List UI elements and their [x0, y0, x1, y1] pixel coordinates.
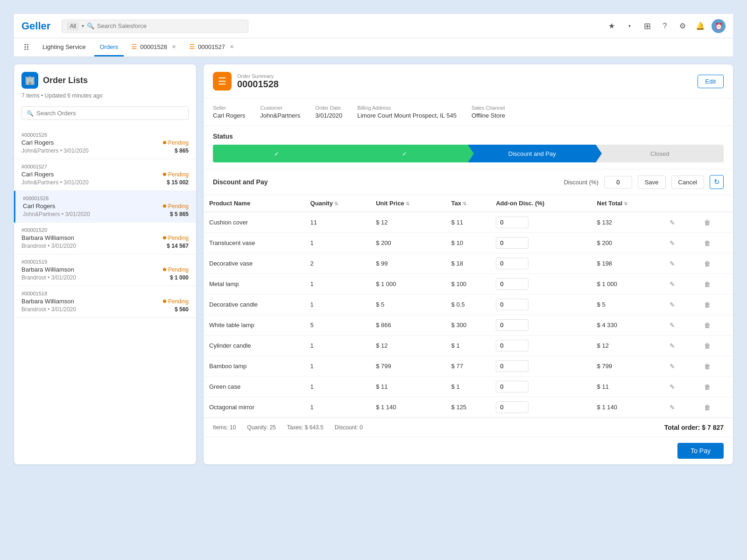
search-bar[interactable]: All ▾ 🔍	[62, 20, 248, 33]
table-header-cell[interactable]: Unit Price	[370, 195, 445, 212]
product-edit-action[interactable]: ✎	[662, 253, 697, 274]
tab-close-00001527[interactable]: ✕	[230, 44, 234, 50]
tab-home[interactable]: Lighting Service	[36, 38, 92, 56]
addon-disc-input[interactable]	[496, 319, 529, 331]
addon-disc-input[interactable]	[496, 278, 529, 290]
apps-grid-icon[interactable]: ⠿	[21, 38, 34, 56]
addon-disc-input[interactable]	[496, 401, 529, 413]
search-input[interactable]	[97, 22, 244, 29]
product-edit-action[interactable]: ✎	[662, 274, 697, 294]
delete-row-icon[interactable]: 🗑	[702, 259, 712, 268]
search-orders-bar[interactable]: 🔍	[21, 106, 189, 120]
product-addon-disc[interactable]	[490, 397, 591, 418]
delete-row-icon[interactable]: 🗑	[702, 382, 712, 392]
to-pay-button[interactable]: To Pay	[677, 443, 724, 459]
product-delete-action[interactable]: 🗑	[697, 336, 733, 356]
product-delete-action[interactable]: 🗑	[697, 212, 733, 233]
delete-row-icon[interactable]: 🗑	[702, 341, 712, 350]
product-addon-disc[interactable]	[490, 377, 591, 397]
edit-row-icon[interactable]: ✎	[668, 321, 677, 330]
order-list-item[interactable]: #00001519 Barbara Williamson Pending Bra…	[14, 254, 196, 286]
product-edit-action[interactable]: ✎	[662, 397, 697, 418]
product-addon-disc[interactable]	[490, 253, 591, 274]
search-chevron-icon[interactable]: ▾	[82, 23, 84, 28]
order-list-item[interactable]: #00001528 Carl Rogers Pending John&Partn…	[14, 191, 196, 223]
notification-icon[interactable]: 🔔	[694, 20, 707, 33]
product-addon-disc[interactable]	[490, 315, 591, 336]
delete-row-icon[interactable]: 🗑	[702, 280, 712, 289]
product-delete-action[interactable]: 🗑	[697, 315, 733, 336]
delete-row-icon[interactable]: 🗑	[702, 218, 712, 227]
order-list-item[interactable]: #00001526 Carl Rogers Pending John&Partn…	[14, 127, 196, 159]
edit-row-icon[interactable]: ✎	[668, 403, 677, 412]
product-edit-action[interactable]: ✎	[662, 233, 697, 253]
settings-icon[interactable]: ⚙	[676, 20, 689, 33]
table-header-cell[interactable]: Net Total	[592, 195, 662, 212]
avatar[interactable]: ⏰	[712, 19, 726, 33]
help-icon[interactable]: ?	[658, 20, 671, 33]
order-list-item[interactable]: #00001527 Carl Rogers Pending John&Partn…	[14, 159, 196, 191]
product-edit-action[interactable]: ✎	[662, 315, 697, 336]
save-button[interactable]: Save	[638, 175, 666, 189]
product-addon-disc[interactable]	[490, 212, 591, 233]
order-list-item[interactable]: #00001518 Barbara Williamson Pending Bra…	[14, 286, 196, 318]
delete-row-icon[interactable]: 🗑	[702, 300, 712, 309]
tab-order-00001527[interactable]: ☰ 00001527 ✕	[183, 38, 240, 56]
table-header-cell[interactable]: Tax	[446, 195, 491, 212]
edit-row-icon[interactable]: ✎	[668, 341, 677, 350]
product-edit-action[interactable]: ✎	[662, 212, 697, 233]
addon-disc-input[interactable]	[496, 340, 529, 351]
product-addon-disc[interactable]	[490, 294, 591, 315]
status-step-0[interactable]: ✓	[213, 145, 341, 162]
addon-disc-input[interactable]	[496, 381, 529, 392]
addon-disc-input[interactable]	[496, 237, 529, 249]
table-header-cell[interactable]: Quanity	[305, 195, 371, 212]
product-delete-action[interactable]: 🗑	[697, 253, 733, 274]
product-delete-action[interactable]: 🗑	[697, 377, 733, 397]
edit-row-icon[interactable]: ✎	[668, 218, 677, 227]
product-delete-action[interactable]: 🗑	[697, 294, 733, 315]
search-prefix[interactable]: All	[67, 22, 78, 30]
cancel-button[interactable]: Cancel	[671, 175, 704, 189]
status-step-3[interactable]: Closed	[596, 145, 724, 162]
product-edit-action[interactable]: ✎	[662, 377, 697, 397]
product-delete-action[interactable]: 🗑	[697, 356, 733, 377]
order-list-item[interactable]: #00001520 Barbara Williamson Pending Bra…	[14, 223, 196, 254]
edit-row-icon[interactable]: ✎	[668, 259, 677, 268]
addon-disc-input[interactable]	[496, 360, 529, 372]
tab-order-00001528[interactable]: ☰ 00001528 ✕	[126, 38, 182, 56]
tab-close-00001528[interactable]: ✕	[172, 44, 176, 50]
favorites-icon[interactable]: ★	[605, 20, 618, 33]
edit-row-icon[interactable]: ✎	[668, 280, 677, 289]
status-step-2[interactable]: Discount and Pay	[468, 145, 596, 162]
product-addon-disc[interactable]	[490, 274, 591, 294]
edit-row-icon[interactable]: ✎	[668, 382, 677, 392]
add-icon[interactable]: ⊞	[641, 20, 654, 33]
discount-input[interactable]	[604, 176, 632, 189]
product-addon-disc[interactable]	[490, 356, 591, 377]
product-delete-action[interactable]: 🗑	[697, 274, 733, 294]
delete-row-icon[interactable]: 🗑	[702, 362, 712, 371]
edit-row-icon[interactable]: ✎	[668, 362, 677, 371]
favorites-chevron-icon[interactable]: ▾	[623, 20, 636, 33]
tab-orders[interactable]: Orders	[94, 38, 124, 56]
edit-row-icon[interactable]: ✎	[668, 238, 677, 248]
refresh-button[interactable]: ↻	[710, 175, 724, 189]
edit-row-icon[interactable]: ✎	[668, 300, 677, 309]
delete-row-icon[interactable]: 🗑	[702, 321, 712, 330]
delete-row-icon[interactable]: 🗑	[702, 238, 712, 248]
status-step-1[interactable]: ✓	[341, 145, 469, 162]
addon-disc-input[interactable]	[496, 217, 529, 228]
product-delete-action[interactable]: 🗑	[697, 233, 733, 253]
product-delete-action[interactable]: 🗑	[697, 397, 733, 418]
search-orders-input[interactable]	[36, 110, 183, 117]
product-edit-action[interactable]: ✎	[662, 294, 697, 315]
product-addon-disc[interactable]	[490, 233, 591, 253]
addon-disc-input[interactable]	[496, 299, 529, 310]
product-edit-action[interactable]: ✎	[662, 336, 697, 356]
delete-row-icon[interactable]: 🗑	[702, 403, 712, 412]
addon-disc-input[interactable]	[496, 258, 529, 269]
product-edit-action[interactable]: ✎	[662, 356, 697, 377]
edit-button[interactable]: Edit	[698, 75, 724, 88]
product-addon-disc[interactable]	[490, 336, 591, 356]
